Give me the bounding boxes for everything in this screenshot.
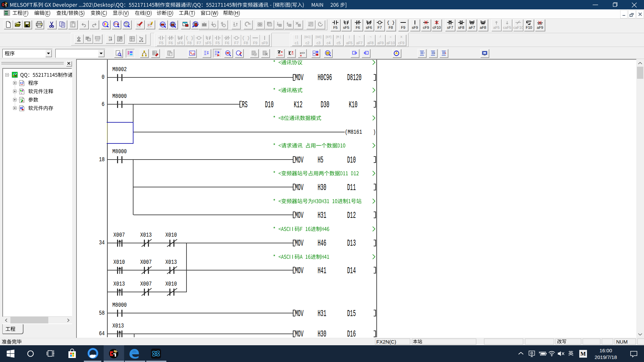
svg-text:123: 123: [125, 24, 128, 26]
svg-text:x<>: x<>: [300, 51, 305, 55]
svg-text:LD: LD: [192, 53, 195, 55]
svg-text:{ }: { }: [387, 20, 394, 25]
svg-text:I: I: [434, 52, 435, 55]
svg-text:xxxx: xxxx: [278, 54, 283, 56]
